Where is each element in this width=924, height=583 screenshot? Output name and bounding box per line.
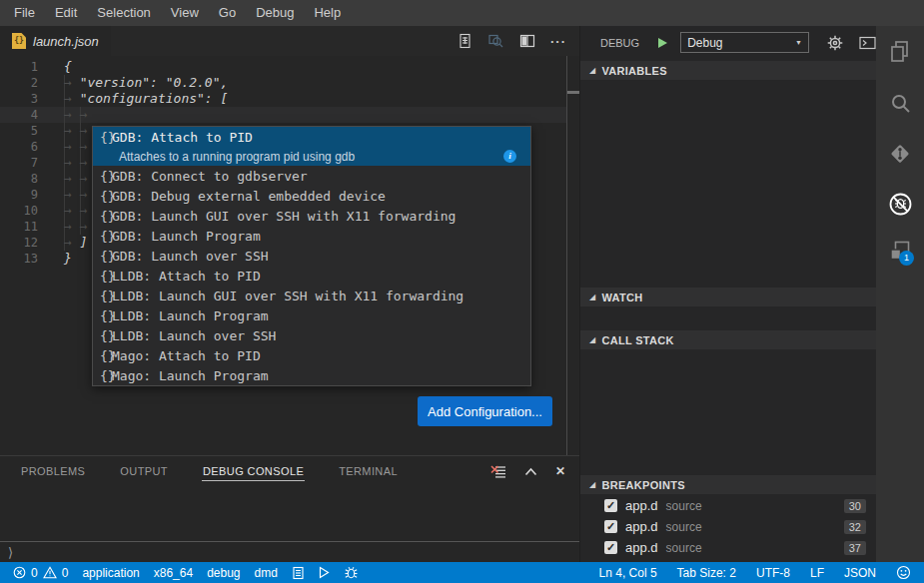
panel-tabs: PROBLEMSOUTPUTDEBUG CONSOLETERMINAL — [20, 461, 432, 481]
tab-whitespace-arrow-icon: → — [64, 187, 80, 203]
extensions-icon[interactable]: 1 — [876, 228, 924, 276]
maximize-panel-icon[interactable] — [523, 465, 538, 478]
document-icon[interactable] — [458, 33, 472, 49]
suggest-item[interactable]: {}Mago: Attach to PID — [93, 345, 530, 365]
suggest-item[interactable]: {}Mago: Launch Program — [93, 365, 530, 385]
menu-go[interactable]: Go — [209, 0, 246, 26]
section-variables[interactable]: ◢ VARIABLES — [580, 61, 876, 80]
clear-console-icon[interactable] — [490, 464, 506, 479]
code-content: →→ — [38, 123, 95, 139]
line-number[interactable]: 9 — [0, 187, 38, 203]
section-call-stack[interactable]: ◢ CALL STACK — [580, 330, 876, 349]
line-number[interactable]: 12 — [0, 235, 38, 251]
suggest-item[interactable]: {}GDB: Connect to gdbserver — [93, 166, 530, 186]
code-line[interactable]: 2→"version": "0.2.0", — [0, 75, 566, 91]
debug-console-input[interactable]: ⟩ — [0, 541, 579, 562]
suggest-item[interactable]: {}GDB: Launch GUI over SSH with X11 forw… — [93, 206, 530, 226]
dub-project-icon[interactable] — [285, 562, 312, 583]
menu-selection[interactable]: Selection — [87, 0, 160, 26]
section-breakpoints[interactable]: ◢ BREAKPOINTS — [580, 475, 876, 494]
suggest-selected-item[interactable]: {} GDB: Attach to PID Attaches to a runn… — [93, 127, 530, 166]
tab-size-indicator[interactable]: Tab Size: 2 — [670, 562, 743, 583]
suggest-item[interactable]: {}GDB: Debug external embedded device — [93, 186, 530, 206]
code-content: →→ — [38, 139, 95, 155]
split-editor-icon[interactable] — [519, 33, 535, 49]
close-panel-icon[interactable]: ✕ — [555, 464, 565, 478]
tab-whitespace-arrow-icon: → — [64, 171, 80, 187]
open-debug-console-icon[interactable] — [859, 36, 876, 50]
line-number[interactable]: 3 — [0, 91, 38, 107]
section-watch[interactable]: ◢ WATCH — [580, 288, 876, 306]
search-icon[interactable] — [876, 80, 924, 128]
suggest-item-label: GDB: Launch GUI over SSH with X11 forwar… — [112, 209, 456, 224]
arch-indicator[interactable]: x86_64 — [147, 562, 200, 583]
breakpoint-row[interactable]: ✓app.dsource37 — [580, 537, 876, 558]
encoding-indicator[interactable]: UTF-8 — [749, 562, 797, 583]
suggest-item[interactable]: {}LLDB: Launch Program — [93, 305, 530, 325]
feedback-smiley-icon[interactable] — [889, 562, 918, 583]
suggest-item[interactable]: {}GDB: Launch over SSH — [93, 246, 530, 266]
problems-status[interactable]: 0 0 — [6, 562, 75, 583]
line-number[interactable]: 2 — [0, 75, 38, 91]
line-number[interactable]: 5 — [0, 123, 38, 139]
compiler-indicator[interactable]: dmd — [248, 562, 285, 583]
code-line[interactable]: 4→→ — [0, 107, 566, 123]
code-editor[interactable]: 1{2→"version": "0.2.0",3→"configurations… — [0, 56, 579, 455]
breakpoint-checkbox[interactable]: ✓ — [604, 499, 617, 512]
panel-tab-problems[interactable]: PROBLEMS — [20, 461, 86, 481]
panel-tab-output[interactable]: OUTPUT — [119, 461, 169, 481]
breakpoint-checkbox[interactable]: ✓ — [604, 520, 617, 533]
suggest-item[interactable]: {}LLDB: Attach to PID — [93, 266, 530, 286]
code-line[interactable]: 3→"configurations": [ — [0, 91, 566, 107]
language-indicator[interactable]: JSON — [837, 562, 883, 583]
menu-file[interactable]: File — [4, 0, 45, 26]
breakpoint-file: app.d — [625, 519, 658, 534]
ruler-cursor-marker — [567, 91, 579, 94]
line-number[interactable]: 4 — [0, 107, 38, 123]
line-number[interactable]: 1 — [0, 59, 38, 75]
eol-indicator[interactable]: LF — [803, 562, 831, 583]
debug-bug-icon[interactable] — [337, 562, 366, 583]
suggest-item-label: GDB: Launch over SSH — [112, 249, 269, 264]
menu-view[interactable]: View — [161, 0, 209, 26]
line-number[interactable]: 11 — [0, 219, 38, 235]
line-number[interactable]: 8 — [0, 171, 38, 187]
menu-edit[interactable]: Edit — [45, 0, 87, 26]
overview-ruler[interactable] — [566, 56, 579, 455]
menu-help[interactable]: Help — [304, 0, 351, 26]
snippet-braces-icon: {} — [93, 368, 112, 383]
info-icon[interactable]: i — [503, 150, 516, 163]
breakpoint-row[interactable]: ✓app.dsource32 — [580, 516, 876, 537]
code-line[interactable]: 1{ — [0, 59, 566, 75]
tab-launch-json[interactable]: {} launch.json — [0, 26, 111, 56]
open-preview-icon[interactable] — [487, 33, 504, 49]
panel-header: PROBLEMSOUTPUTDEBUG CONSOLETERMINAL ✕ — [0, 456, 579, 486]
add-configuration-button[interactable]: Add Configuration... — [418, 396, 552, 426]
suggest-item[interactable]: {}LLDB: Launch GUI over SSH with X11 for… — [93, 286, 530, 305]
debug-icon[interactable] — [876, 180, 924, 228]
explorer-icon[interactable] — [876, 28, 924, 76]
breakpoint-checkbox[interactable]: ✓ — [604, 541, 617, 554]
line-number[interactable]: 7 — [0, 155, 38, 171]
start-debugging-button[interactable] — [658, 38, 667, 48]
source-control-icon[interactable] — [876, 130, 924, 178]
configure-launch-gear-icon[interactable] — [826, 34, 844, 52]
line-number[interactable]: 10 — [0, 203, 38, 219]
suggest-item[interactable]: {}LLDB: Launch over SSH — [93, 325, 530, 345]
build-config-indicator[interactable]: debug — [200, 562, 247, 583]
suggest-item[interactable]: {}GDB: Launch Program — [93, 226, 530, 246]
code-text: ] — [80, 235, 88, 250]
build-type-indicator[interactable]: application — [75, 562, 146, 583]
line-number[interactable]: 13 — [0, 251, 38, 267]
run-icon[interactable] — [312, 562, 337, 583]
more-actions-icon[interactable]: ··· — [550, 34, 566, 49]
cursor-position[interactable]: Ln 4, Col 5 — [592, 562, 664, 583]
snippet-braces-icon: {} — [93, 348, 112, 363]
section-label: WATCH — [601, 292, 642, 303]
breakpoint-row[interactable]: ✓app.dsource30 — [580, 495, 876, 516]
line-number[interactable]: 6 — [0, 139, 38, 155]
panel-tab-debug-console[interactable]: DEBUG CONSOLE — [202, 461, 305, 481]
panel-tab-terminal[interactable]: TERMINAL — [338, 461, 399, 481]
menu-debug[interactable]: Debug — [246, 0, 304, 26]
debug-config-select[interactable]: Debug ▼ — [680, 32, 809, 53]
